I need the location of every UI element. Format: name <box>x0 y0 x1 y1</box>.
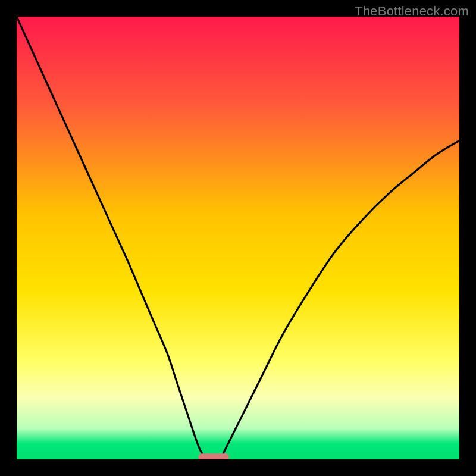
watermark-text: TheBottleneck.com <box>355 4 469 19</box>
optimum-marker <box>198 453 229 459</box>
bottleneck-chart <box>17 17 459 459</box>
gradient-background <box>17 17 459 459</box>
chart-frame: TheBottleneck.com <box>0 0 476 476</box>
